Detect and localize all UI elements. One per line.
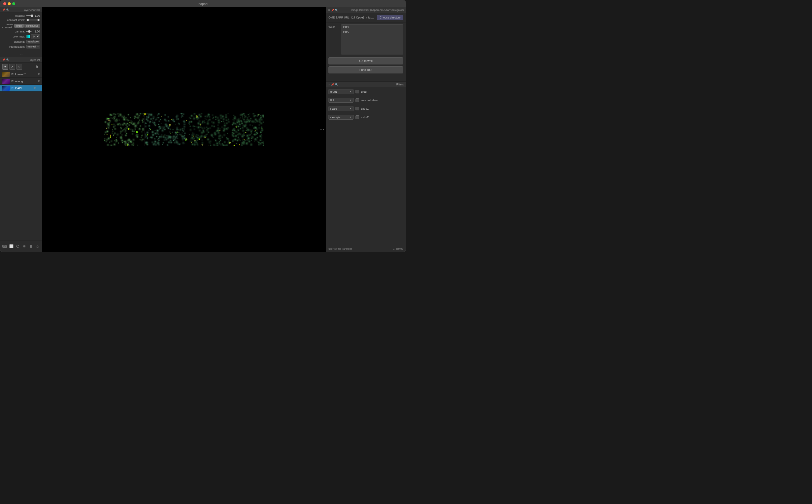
filter-row: False ▼ extra1 [329, 106, 403, 111]
contrast-limits-label: contrast limits: [2, 18, 25, 21]
blending-select[interactable]: translucent_no_depth [26, 40, 40, 43]
pin-icon[interactable]: 📌 [2, 8, 5, 11]
well-item[interactable]: B03 [341, 25, 403, 30]
drug-checkbox[interactable] [356, 90, 359, 93]
close-button[interactable] [3, 2, 6, 5]
layer-name: nanog [15, 80, 37, 83]
continuous-button[interactable]: continuous [24, 24, 40, 28]
extra1-value: False [330, 107, 350, 110]
maximize-button[interactable] [12, 2, 15, 5]
layer-controls-header: 📌 🔍 layer controls [0, 7, 42, 13]
extra2-filter-label: extra2 [361, 116, 369, 119]
visibility-icon[interactable]: 👁 [11, 72, 14, 76]
extra2-value: example [330, 116, 350, 119]
search-icon-4[interactable]: 🔍 [335, 83, 338, 86]
concentration-checkbox[interactable] [356, 98, 359, 102]
window-title: napari [198, 2, 208, 6]
layer-thumbnail [2, 72, 10, 77]
once-button[interactable]: once [14, 24, 24, 28]
gamma-thumb[interactable] [28, 30, 30, 33]
select-tool-btn[interactable]: ↗ [9, 64, 15, 70]
layer-list-title: layer list [30, 58, 40, 61]
grid-view-button[interactable]: ⊞ [28, 243, 33, 250]
colormap-select[interactable]: [unnamed colormap 0] [31, 34, 40, 38]
interpolation-row: interpolation: nearest [2, 45, 40, 48]
gamma-value: 1.00 [33, 30, 40, 33]
well-item[interactable]: B05 [341, 30, 403, 35]
scatter-tool-btn[interactable]: ✦ [2, 64, 8, 70]
bottom-toolbar: ⌨ ⬜ ⬡ ⊟ ⊞ ⌂ [0, 241, 42, 252]
2d-view-button[interactable]: ⬜ [9, 243, 14, 250]
activity-button[interactable]: ▲ activity [393, 248, 403, 250]
layer-tools: ✦ ↗ ◇ 🗑 [0, 63, 42, 71]
status-bar: use <2> for transform ▲ activity [326, 246, 406, 252]
load-roi-button[interactable]: Load ROI [329, 66, 403, 73]
go-to-well-button[interactable]: Go to well [329, 57, 403, 64]
blending-dropdown-wrapper[interactable]: translucent_no_depth [26, 40, 40, 43]
layer-name: DAPI [15, 87, 33, 90]
search-icon[interactable]: 🔍 [6, 8, 9, 11]
home-button[interactable]: ⌂ [35, 243, 40, 250]
auto-contrast-label: auto-contrast: [2, 23, 13, 29]
extra1-checkbox[interactable] [356, 107, 359, 110]
contrast-thumb-right[interactable] [37, 19, 39, 21]
center-options-dots[interactable]: ⋮ [319, 126, 325, 133]
filters-section: ✕ 📌 🔍 Filters drug1 ▼ drug [326, 81, 406, 252]
split-view-button[interactable]: ⊟ [22, 243, 27, 250]
pin-icon-3[interactable]: 📌 [331, 9, 334, 11]
blending-row: blending: translucent_no_depth [2, 40, 40, 43]
terminal-button[interactable]: ⌨ [2, 243, 7, 250]
concentration-value: 0.1 [330, 99, 350, 102]
gamma-row: gamma: 1.00 [2, 30, 40, 33]
layer-item[interactable]: 👁 DAPI 🖼 ⋮ [0, 85, 42, 92]
search-icon-2[interactable]: 🔍 [6, 58, 9, 61]
extra2-checkbox[interactable] [356, 115, 359, 119]
minimize-button[interactable] [8, 2, 11, 5]
layer-options-dots[interactable]: ⋮ [37, 86, 40, 90]
layer-type-icon: 🖼 [34, 87, 36, 89]
drug-dropdown[interactable]: drug1 ▼ [329, 89, 354, 94]
drug-filter-label: drug [361, 90, 367, 93]
interpolation-dropdown-wrapper[interactable]: nearest [26, 45, 40, 48]
extra1-filter-label: extra1 [361, 107, 369, 110]
wells-area: Wells B03 B05 [329, 24, 403, 54]
panel-header-icons: 📌 🔍 [2, 8, 9, 11]
layer-list-section: 📌 🔍 layer list ✦ ↗ ◇ 🗑 [0, 57, 42, 252]
close-icon-2[interactable]: ✕ [328, 83, 330, 86]
filters-body: drug1 ▼ drug 0.1 ▼ concentration [326, 87, 406, 246]
window-controls [3, 2, 15, 5]
extra1-dropdown[interactable]: False ▼ [329, 106, 354, 111]
pin-icon-4[interactable]: 📌 [331, 83, 334, 86]
ome-zarr-label: OME-ZARR URL [329, 16, 350, 19]
title-bar: napari [0, 0, 406, 7]
right-panel: ✕ 📌 🔍 Image Browser (napari-ome-zarr-nav… [326, 7, 406, 252]
opacity-value: 1.00 [33, 14, 40, 17]
layer-item[interactable]: 👁 Lamin B1 🖼 [0, 71, 42, 78]
polygon-tool-btn[interactable]: ◇ [16, 64, 22, 70]
ome-zarr-value: i14-Cycle1_mip.zarr [352, 16, 375, 19]
search-icon-3[interactable]: 🔍 [335, 9, 338, 11]
filter-row: example ▼ extra2 [329, 115, 403, 120]
delete-layer-btn[interactable]: 🗑 [34, 64, 40, 70]
close-icon[interactable]: ✕ [328, 9, 330, 11]
contrast-thumb-left[interactable] [27, 19, 29, 21]
transform-hint: use <2> for transform [329, 248, 353, 250]
colormap-dropdown-wrapper[interactable]: [unnamed colormap 0] [31, 34, 40, 38]
auto-contrast-buttons: once continuous [14, 24, 40, 28]
visibility-icon[interactable]: 👁 [11, 86, 14, 90]
layer-item[interactable]: 👁 nanog 🖼 [0, 78, 42, 85]
3d-view-button[interactable]: ⬡ [15, 243, 20, 250]
center-canvas: ⋮ [42, 7, 326, 252]
opacity-label: opacity: [2, 14, 25, 17]
opacity-thumb[interactable] [31, 14, 33, 17]
visibility-icon[interactable]: 👁 [11, 79, 14, 83]
interpolation-select[interactable]: nearest [26, 45, 40, 48]
pin-icon-2[interactable]: 📌 [2, 58, 5, 61]
opacity-slider-container: 1.00 [26, 14, 40, 17]
drug-arrow-icon: ▼ [350, 90, 352, 93]
concentration-dropdown[interactable]: 0.1 ▼ [329, 98, 354, 103]
extra2-dropdown[interactable]: example ▼ [329, 115, 354, 120]
chevron-up-icon: ▲ [393, 248, 395, 250]
blending-label: blending: [2, 40, 25, 43]
choose-directory-button[interactable]: Choose directory [377, 15, 403, 20]
